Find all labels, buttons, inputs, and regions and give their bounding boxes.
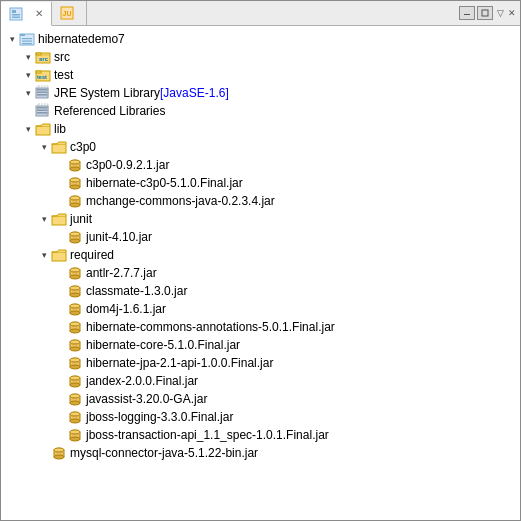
tree-item-label-jandex-jar: jandex-2.0.0.Final.jar — [86, 374, 198, 388]
package-explorer-window: ✕ JU ▽ ✕ ▾ — [0, 0, 521, 521]
tree-item-label-jboss-logging-jar: jboss-logging-3.3.0.Final.jar — [86, 410, 233, 424]
svg-point-100 — [70, 437, 80, 441]
window-controls: ▽ ✕ — [459, 1, 520, 25]
jar-icon — [67, 355, 83, 371]
tree-toggle[interactable]: ▾ — [37, 248, 51, 262]
minimize-button[interactable] — [459, 6, 475, 20]
tree-item-classmate-jar[interactable]: classmate-1.3.0.jar — [1, 282, 520, 300]
tree-item-c3p0-jar[interactable]: c3p0-0.9.2.1.jar — [1, 156, 520, 174]
svg-point-75 — [70, 347, 80, 351]
tree-item-jboss-transaction-jar[interactable]: jboss-transaction-api_1.1_spec-1.0.1.Fin… — [1, 426, 520, 444]
svg-rect-51 — [72, 235, 78, 237]
tree-item-dom4j-jar[interactable]: dom4j-1.6.1.jar — [1, 300, 520, 318]
svg-point-60 — [70, 293, 80, 297]
tree-item-hibernate-c3p0-jar[interactable]: hibernate-c3p0-5.1.0.Final.jar — [1, 174, 520, 192]
tree-item-junit-jar[interactable]: junit-4.10.jar — [1, 228, 520, 246]
svg-rect-9 — [20, 34, 25, 36]
tree-item-hibernate-jpa-jar[interactable]: hibernate-jpa-2.1-api-1.0.0.Final.jar — [1, 354, 520, 372]
tree-item-jandex-jar[interactable]: jandex-2.0.0.Final.jar — [1, 372, 520, 390]
tree-item-c3p0[interactable]: ▾ c3p0 — [1, 138, 520, 156]
tree-toggle[interactable]: ▾ — [37, 212, 51, 226]
test-folder-icon: test — [35, 67, 51, 83]
folder-icon — [51, 211, 67, 227]
tree-toggle[interactable]: ▾ — [21, 122, 35, 136]
jar-icon — [67, 301, 83, 317]
view-menu-icon[interactable]: ▽ — [495, 8, 506, 18]
package-explorer-icon — [9, 7, 23, 21]
project-icon — [19, 31, 35, 47]
tab-junit[interactable]: JU — [52, 1, 87, 25]
svg-rect-29 — [36, 126, 50, 135]
tree-item-mchange-jar[interactable]: mchange-commons-java-0.2.3.4.jar — [1, 192, 520, 210]
tree-item-suffix-jre-system-library: [JavaSE-1.6] — [160, 86, 229, 100]
tree-item-required-folder[interactable]: ▾ required — [1, 246, 520, 264]
svg-rect-107 — [56, 451, 62, 453]
maximize-button[interactable] — [477, 6, 493, 20]
tree-item-hibernate-commons-jar[interactable]: hibernate-commons-annotations-5.0.1.Fina… — [1, 318, 520, 336]
tree-item-jboss-logging-jar[interactable]: jboss-logging-3.3.0.Final.jar — [1, 408, 520, 426]
svg-point-33 — [70, 167, 80, 171]
tree-toggle[interactable]: ▾ — [21, 86, 35, 100]
tree-item-label-jre-system-library: JRE System Library — [54, 86, 160, 100]
jar-icon — [67, 409, 83, 425]
tree-content: ▾ hibernatedemo7▾ src src▾ test test▾ — [1, 26, 520, 520]
svg-rect-3 — [12, 16, 20, 18]
close-view-icon[interactable]: ✕ — [508, 8, 516, 18]
svg-point-95 — [70, 419, 80, 423]
svg-rect-27 — [37, 112, 47, 114]
svg-point-55 — [70, 275, 80, 279]
tab-close-icon[interactable]: ✕ — [35, 8, 43, 19]
tree-item-label-c3p0: c3p0 — [70, 140, 96, 154]
tree-toggle[interactable]: ▾ — [21, 68, 35, 82]
svg-rect-45 — [72, 199, 78, 201]
svg-rect-14 — [36, 53, 41, 55]
tab-package-explorer[interactable]: ✕ — [1, 2, 52, 26]
jar-icon — [67, 373, 83, 389]
svg-rect-35 — [72, 163, 78, 165]
tree-item-src[interactable]: ▾ src src — [1, 48, 520, 66]
tab-bar: ✕ JU ▽ ✕ — [1, 1, 520, 26]
svg-point-70 — [70, 329, 80, 333]
svg-rect-12 — [22, 43, 32, 44]
svg-rect-92 — [72, 397, 78, 399]
svg-rect-67 — [72, 307, 78, 309]
tree-toggle[interactable]: ▾ — [5, 32, 19, 46]
library-icon — [35, 85, 51, 101]
tree-toggle[interactable]: ▾ — [37, 140, 51, 154]
tree-item-lib[interactable]: ▾ lib — [1, 120, 520, 138]
src-folder-icon: src — [35, 49, 51, 65]
svg-rect-72 — [72, 325, 78, 327]
tree-item-referenced-libraries[interactable]: Referenced Libraries — [1, 102, 520, 120]
svg-rect-40 — [72, 181, 78, 183]
tree-toggle[interactable]: ▾ — [21, 50, 35, 64]
tree-item-label-hibernate-core-jar: hibernate-core-5.1.0.Final.jar — [86, 338, 240, 352]
svg-rect-25 — [37, 107, 47, 109]
svg-rect-10 — [22, 38, 32, 39]
svg-rect-30 — [52, 144, 66, 153]
tree-item-test[interactable]: ▾ test test — [1, 66, 520, 84]
tree-item-mysql-jar[interactable]: mysql-connector-java-5.1.22-bin.jar — [1, 444, 520, 462]
folder-icon — [51, 247, 67, 263]
tree-item-jre-system-library[interactable]: ▾ JRE System Library [JavaSE-1.6] — [1, 84, 520, 102]
tree-item-label-mchange-jar: mchange-commons-java-0.2.3.4.jar — [86, 194, 275, 208]
tree-item-junit-folder[interactable]: ▾ junit — [1, 210, 520, 228]
tree-item-label-javassist-jar: javassist-3.20.0-GA.jar — [86, 392, 207, 406]
tree-item-javassist-jar[interactable]: javassist-3.20.0-GA.jar — [1, 390, 520, 408]
svg-rect-77 — [72, 343, 78, 345]
svg-rect-57 — [72, 271, 78, 273]
tree-item-hibernate-core-jar[interactable]: hibernate-core-5.1.0.Final.jar — [1, 336, 520, 354]
tree-item-label-classmate-jar: classmate-1.3.0.jar — [86, 284, 187, 298]
tree-item-antlr-jar[interactable]: antlr-2.7.7.jar — [1, 264, 520, 282]
library-icon — [35, 103, 51, 119]
svg-point-49 — [70, 239, 80, 243]
tree-item-label-jboss-transaction-jar: jboss-transaction-api_1.1_spec-1.0.1.Fin… — [86, 428, 329, 442]
tree-item-hibernatedemo7[interactable]: ▾ hibernatedemo7 — [1, 30, 520, 48]
jar-icon — [51, 445, 67, 461]
tree-item-label-dom4j-jar: dom4j-1.6.1.jar — [86, 302, 166, 316]
tree-item-label-mysql-jar: mysql-connector-java-5.1.22-bin.jar — [70, 446, 258, 460]
jar-icon — [67, 193, 83, 209]
jar-icon — [67, 283, 83, 299]
svg-point-90 — [70, 401, 80, 405]
tree-item-label-hibernate-jpa-jar: hibernate-jpa-2.1-api-1.0.0.Final.jar — [86, 356, 273, 370]
svg-rect-52 — [52, 252, 66, 261]
